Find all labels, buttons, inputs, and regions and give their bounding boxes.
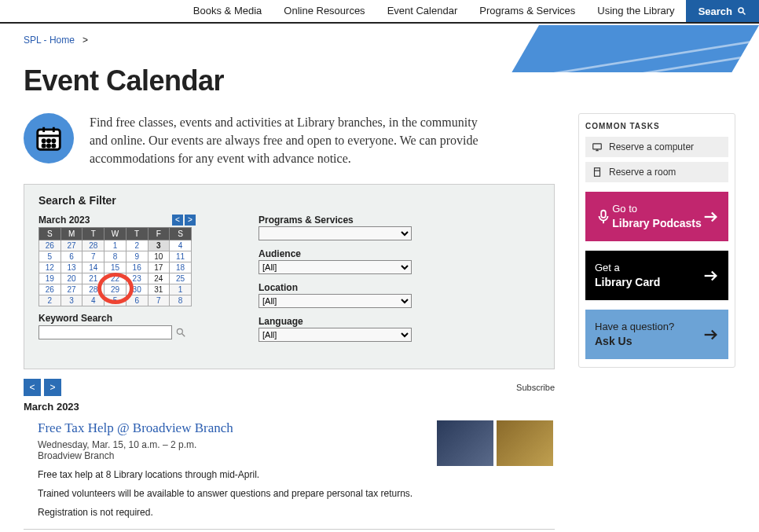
intro-text: Find free classes, events and activities… [90,113,482,168]
calendar-day[interactable]: 24 [148,273,170,284]
filter-select-language[interactable]: [All] [258,328,412,342]
calendar-day[interactable]: 13 [60,262,82,273]
calendar-day[interactable]: 9 [126,251,148,262]
calendar-day[interactable]: 26 [39,240,61,251]
calendar-day[interactable]: 11 [170,251,192,262]
results-next-button[interactable]: > [44,379,61,396]
results-month-heading: March 2023 [24,401,555,413]
calendar-day[interactable]: 17 [148,262,170,273]
calendar-day[interactable]: 22 [104,273,126,284]
calendar-day[interactable]: 4 [170,240,192,251]
page-title: Event Calendar [24,64,735,97]
nav-programs[interactable]: Programs & Services [468,0,586,22]
event-title-link[interactable]: Free Tax Help @ Broadview Branch [38,420,421,436]
calendar-day[interactable]: 6 [60,251,82,262]
calendar-day[interactable]: 28 [82,240,104,251]
search-button[interactable]: Search [686,0,759,22]
calendar-day[interactable]: 20 [60,273,82,284]
filter-label: Programs & Services [258,215,540,226]
calendar-day[interactable]: 25 [170,273,192,284]
event-datetime: Wednesday, Mar. 15, 10 a.m. – 2 p.m. [38,439,421,450]
svg-rect-17 [595,168,600,177]
filter-select-location[interactable]: [All] [258,294,412,308]
event-thumb-1 [437,420,493,466]
event-thumbnails [437,420,555,518]
nav-calendar[interactable]: Event Calendar [376,0,469,22]
calendar-day[interactable]: 1 [104,240,126,251]
nav-using[interactable]: Using the Library [586,0,685,22]
filter-label: Audience [258,248,540,259]
event-desc-1: Free tax help at 8 Library locations thr… [38,469,421,480]
svg-point-12 [177,328,182,334]
keyword-input[interactable] [38,325,172,339]
svg-line-13 [182,333,185,336]
keyword-label: Keyword Search [38,313,196,324]
cta-black[interactable]: Get aLibrary Card [585,251,728,300]
breadcrumb-home[interactable]: SPL - Home [24,35,75,46]
cta-pink[interactable]: Go toLibrary Podcasts [585,192,728,241]
calendar-day[interactable]: 2 [39,295,61,306]
calendar-grid: SMTWTFS 26272812345678910111213141516171… [38,227,192,306]
keyword-search-icon[interactable] [175,327,186,338]
calendar-day[interactable]: 8 [170,295,192,306]
svg-point-9 [42,145,45,147]
filter-select-programs-services[interactable] [258,226,412,240]
search-icon [737,6,746,16]
calendar-day[interactable]: 8 [104,251,126,262]
calendar-day[interactable]: 6 [126,295,148,306]
calendar-prev-button[interactable]: < [172,215,183,226]
svg-point-8 [53,140,55,142]
nav-online[interactable]: Online Resources [273,0,376,22]
calendar-day[interactable]: 10 [148,251,170,262]
filter-select-audience[interactable]: [All] [258,260,412,274]
task-link[interactable]: Reserve a room [585,162,728,182]
event-thumb-2 [497,420,553,466]
podcast-icon [595,208,612,226]
search-label: Search [698,6,732,17]
calendar-day[interactable]: 3 [60,295,82,306]
calendar-day[interactable]: 15 [104,262,126,273]
calendar-day[interactable]: 23 [126,273,148,284]
calendar-day[interactable]: 27 [60,284,82,295]
calendar-day[interactable]: 5 [104,295,126,306]
top-nav: Books & Media Online Resources Event Cal… [0,0,759,24]
cta-blue[interactable]: Have a question?Ask Us [585,310,728,359]
calendar-day[interactable]: 31 [148,284,170,295]
nav-books[interactable]: Books & Media [182,0,273,22]
calendar-day[interactable]: 27 [60,240,82,251]
calendar-day[interactable]: 5 [39,251,61,262]
task-link[interactable]: Reserve a computer [585,137,728,157]
svg-point-11 [53,145,55,147]
calendar-day[interactable]: 19 [39,273,61,284]
calendar-day[interactable]: 12 [39,262,61,273]
calendar-day[interactable]: 28 [82,284,104,295]
arrow-right-icon [702,208,719,226]
svg-line-1 [743,13,746,15]
calendar-day[interactable]: 18 [170,262,192,273]
calendar-day[interactable]: 1 [170,284,192,295]
calendar-next-button[interactable]: > [185,215,196,226]
calendar-day[interactable]: 3 [148,240,170,251]
calendar-day[interactable]: 7 [82,251,104,262]
calendar-day[interactable]: 29 [104,284,126,295]
filter-label: Location [258,282,540,293]
calendar-day[interactable]: 16 [126,262,148,273]
calendar-day[interactable]: 30 [126,284,148,295]
task-icon [592,167,603,178]
event-location: Broadview Branch [38,450,421,461]
arrow-right-icon [702,326,719,343]
search-filter-panel: Search & Filter March 2023 < > SMT [24,184,555,369]
filter-title: Search & Filter [38,194,540,207]
calendar-day[interactable]: 2 [126,240,148,251]
calendar-day[interactable]: 4 [82,295,104,306]
results-prev-button[interactable]: < [24,379,41,396]
svg-point-0 [739,8,743,13]
calendar-day[interactable]: 14 [82,262,104,273]
calendar-day[interactable]: 7 [148,295,170,306]
calendar-day[interactable]: 26 [39,284,61,295]
svg-point-7 [47,140,50,142]
subscribe-link[interactable]: Subscribe [516,383,555,392]
arrow-right-icon [702,267,719,284]
svg-rect-19 [601,210,606,217]
calendar-day[interactable]: 21 [82,273,104,284]
